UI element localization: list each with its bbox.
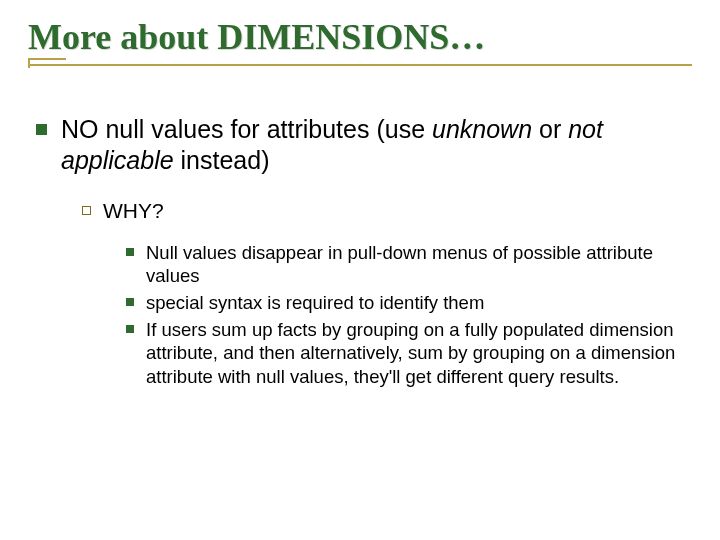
title-underline [28, 64, 692, 66]
hollow-square-bullet-icon [82, 206, 91, 215]
list-item: special syntax is required to identify t… [126, 291, 692, 315]
list-item: Null values disappear in pull-down menus… [126, 241, 692, 288]
reason-1: Null values disappear in pull-down menus… [146, 241, 692, 288]
emphasis-unknown: unknown [432, 115, 532, 143]
square-bullet-icon [126, 325, 134, 333]
title-block: More about DIMENSIONS… [28, 12, 692, 66]
slide: More about DIMENSIONS… NO null values fo… [0, 0, 720, 540]
bullet-level-1: NO null values for attributes (use unkno… [36, 114, 692, 177]
bullet-level-2: WHY? [82, 199, 692, 223]
slide-title: More about DIMENSIONS… [28, 16, 692, 58]
bullet-level-3-list: Null values disappear in pull-down menus… [126, 241, 692, 389]
text-fragment: NO null values for attributes (use [61, 115, 432, 143]
bullet-1-text: NO null values for attributes (use unkno… [61, 114, 692, 177]
slide-body: NO null values for attributes (use unkno… [28, 66, 692, 389]
bullet-2-text: WHY? [103, 199, 164, 223]
reason-3: If users sum up facts by grouping on a f… [146, 318, 692, 389]
reason-2: special syntax is required to identify t… [146, 291, 484, 315]
square-bullet-icon [126, 248, 134, 256]
list-item: If users sum up facts by grouping on a f… [126, 318, 692, 389]
text-fragment: instead) [174, 146, 270, 174]
text-fragment: or [532, 115, 568, 143]
square-bullet-icon [126, 298, 134, 306]
square-bullet-icon [36, 124, 47, 135]
